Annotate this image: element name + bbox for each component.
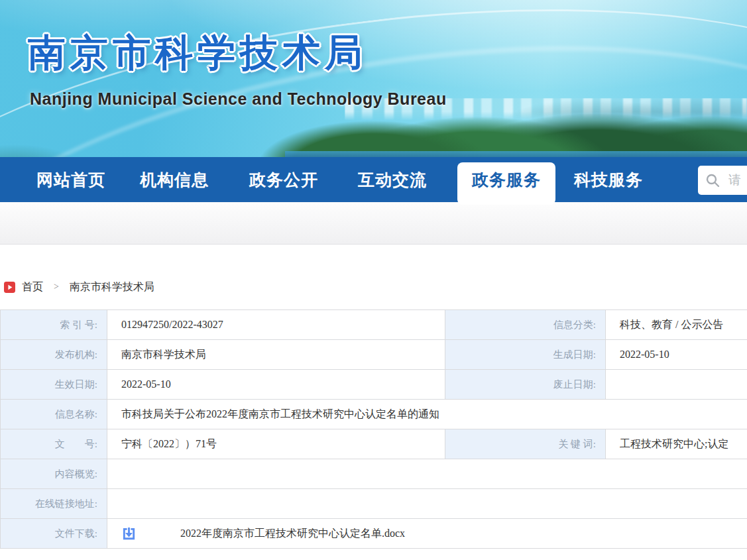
nav-item-gov-service-active[interactable]: 政务服务 bbox=[457, 162, 555, 205]
table-row: 内容概览: bbox=[1, 459, 747, 489]
field-value-info-name: 市科技局关于公布2022年度南京市工程技术研究中心认定名单的通知 bbox=[107, 400, 747, 429]
breadcrumb-current-page: 南京市科学技术局 bbox=[70, 280, 154, 294]
field-value-info-category: 科技、教育 / 公示公告 bbox=[606, 310, 747, 340]
field-label-file-download: 文件下载: bbox=[1, 519, 107, 549]
field-label-content-overview: 内容概览: bbox=[1, 459, 107, 489]
page: 南京市科学技术局 Nanjing Municipal Science and T… bbox=[0, 0, 747, 560]
table-row: 发布机构: 南京市科学技术局 生成日期: 2022-05-10 bbox=[1, 340, 747, 370]
field-label-created-date: 生成日期: bbox=[445, 340, 606, 370]
nav-item-tech-service[interactable]: 科技服务 bbox=[574, 157, 643, 202]
field-value-file-download: 2022年度南京市工程技术研究中心认定名单.docx bbox=[107, 519, 747, 549]
table-row: 信息名称: 市科技局关于公布2022年度南京市工程技术研究中心认定名单的通知 bbox=[1, 400, 747, 429]
field-label-publisher: 发布机构: bbox=[1, 340, 107, 370]
field-value-expiry-date bbox=[606, 370, 747, 400]
field-value-online-link bbox=[107, 489, 747, 519]
table-row: 文件下载: 2022年度南京市工程技术研究中心认定名单.docx bbox=[1, 519, 747, 549]
table-row: 索 引 号: 012947250/2022-43027 信息分类: 科技、教育 … bbox=[1, 310, 747, 340]
field-label-keywords: 关 键 词: bbox=[445, 429, 606, 459]
nav-item-interaction[interactable]: 互动交流 bbox=[358, 157, 427, 202]
search-box[interactable] bbox=[698, 166, 747, 195]
play-badge-icon bbox=[4, 282, 15, 293]
nav-item-gov-open[interactable]: 政务公开 bbox=[249, 157, 318, 202]
table-row: 文 号: 宁科〔2022〕）71号 关 键 词: 工程技术研究中心;认定 bbox=[1, 429, 747, 459]
field-value-effective-date: 2022-05-10 bbox=[107, 370, 445, 400]
nav-item-home[interactable]: 网站首页 bbox=[36, 157, 105, 202]
site-title-en: Nanjing Municipal Science and Technology… bbox=[30, 89, 447, 109]
download-icon[interactable] bbox=[121, 526, 137, 541]
field-label-info-name: 信息名称: bbox=[1, 400, 107, 429]
field-value-content-overview bbox=[107, 459, 747, 489]
breadcrumb-separator: > bbox=[54, 282, 59, 292]
document-info-table: 索 引 号: 012947250/2022-43027 信息分类: 科技、教育 … bbox=[0, 309, 747, 549]
banner-water bbox=[285, 151, 747, 157]
field-label-effective-date: 生效日期: bbox=[1, 370, 107, 400]
search-icon[interactable] bbox=[705, 172, 720, 188]
breadcrumb-home-link[interactable]: 首页 bbox=[22, 280, 43, 294]
download-file-link[interactable]: 2022年度南京市工程技术研究中心认定名单.docx bbox=[180, 527, 405, 541]
table-row: 在线链接地址: bbox=[1, 489, 747, 519]
secondary-nav-strip bbox=[0, 202, 747, 245]
field-value-doc-number: 宁科〔2022〕）71号 bbox=[107, 429, 445, 459]
site-banner: 南京市科学技术局 Nanjing Municipal Science and T… bbox=[0, 0, 747, 157]
field-label-doc-number: 文 号: bbox=[1, 429, 107, 459]
field-label-expiry-date: 废止日期: bbox=[445, 370, 606, 400]
site-title-cn: 南京市科学技术局 bbox=[28, 28, 367, 79]
field-label-online-link: 在线链接地址: bbox=[1, 489, 107, 519]
field-value-created-date: 2022-05-10 bbox=[606, 340, 747, 370]
search-input[interactable] bbox=[728, 173, 747, 188]
breadcrumb: 首页 > 南京市科学技术局 bbox=[4, 278, 154, 296]
field-value-keywords: 工程技术研究中心;认定 bbox=[606, 429, 747, 459]
field-value-publisher: 南京市科学技术局 bbox=[107, 340, 445, 370]
table-row: 生效日期: 2022-05-10 废止日期: bbox=[1, 370, 747, 400]
field-label-index-no: 索 引 号: bbox=[1, 310, 107, 340]
field-label-info-category: 信息分类: bbox=[445, 310, 606, 340]
field-value-index-no: 012947250/2022-43027 bbox=[107, 310, 445, 340]
nav-item-org-info[interactable]: 机构信息 bbox=[140, 157, 209, 202]
main-nav: 网站首页 机构信息 政务公开 互动交流 政务服务 科技服务 bbox=[0, 157, 747, 202]
